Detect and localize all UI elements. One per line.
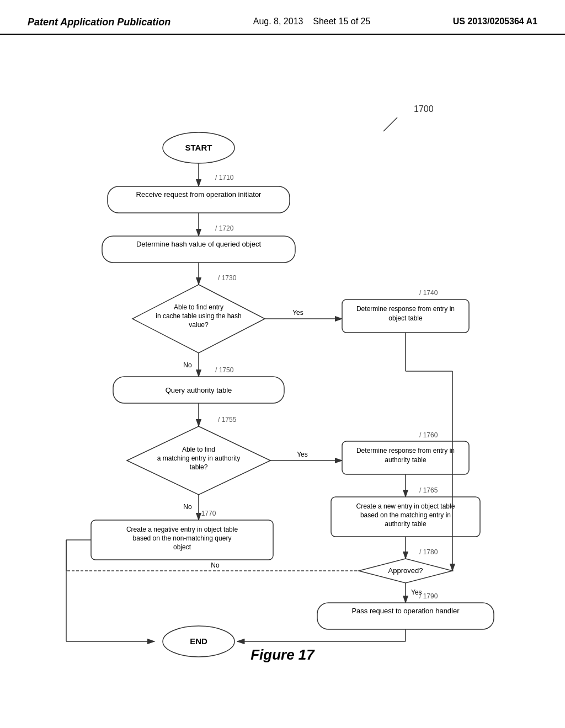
svg-text:Pass request to operation hand: Pass request to operation handler <box>351 607 460 615</box>
svg-text:/ 1760: / 1760 <box>419 431 438 439</box>
svg-text:Yes: Yes <box>297 451 308 458</box>
svg-text:Determine response from entry : Determine response from entry in <box>356 447 455 454</box>
diagram-area: 1700 START Receive request from operatio… <box>0 40 565 680</box>
svg-text:Query authority table: Query authority table <box>166 386 232 394</box>
svg-text:Create a new entry in object t: Create a new entry in object table <box>356 502 455 510</box>
svg-text:value?: value? <box>189 321 209 329</box>
svg-text:/ 1740: / 1740 <box>419 289 438 297</box>
svg-text:Yes: Yes <box>292 309 303 317</box>
figure-label: Figure 17 <box>250 646 315 663</box>
svg-text:No: No <box>183 503 192 511</box>
flowchart-svg: 1700 START Receive request from operatio… <box>0 40 565 680</box>
svg-text:Able to find entry: Able to find entry <box>174 303 223 311</box>
svg-text:Determine response from entry : Determine response from entry in <box>356 305 455 313</box>
svg-text:a matching entry in authority: a matching entry in authority <box>157 454 241 462</box>
sheet-info: Aug. 8, 2013 Sheet 15 of 25 <box>253 17 371 26</box>
svg-text:Receive request from operation: Receive request from operation initiator <box>136 190 262 199</box>
svg-text:No: No <box>183 361 192 369</box>
svg-text:/ 1750: / 1750 <box>215 366 234 374</box>
svg-text:/ 1710: / 1710 <box>215 174 234 181</box>
svg-text:/ 1780: / 1780 <box>419 548 438 556</box>
patent-number: US 2013/0205364 A1 <box>453 17 537 26</box>
svg-text:Approved?: Approved? <box>388 566 423 575</box>
svg-text:/ 1765: / 1765 <box>419 486 438 494</box>
svg-line-1 <box>383 117 397 131</box>
svg-text:/ 1790: / 1790 <box>419 592 438 600</box>
svg-text:/ 1730: / 1730 <box>218 274 237 282</box>
svg-text:/ 1770: / 1770 <box>198 510 216 517</box>
svg-text:based on the non-matching quer: based on the non-matching query <box>133 534 232 542</box>
svg-text:authority table: authority table <box>385 456 427 464</box>
svg-text:authority table: authority table <box>385 520 427 528</box>
svg-text:START: START <box>185 143 212 152</box>
svg-text:Create a negative entry in obj: Create a negative entry in object table <box>126 526 238 533</box>
svg-text:/ 1720: / 1720 <box>215 224 234 232</box>
svg-text:/ 1755: / 1755 <box>218 416 237 424</box>
svg-text:Determine hash value of querie: Determine hash value of queried object <box>136 240 262 248</box>
svg-text:table?: table? <box>190 463 208 471</box>
date: Aug. 8, 2013 <box>253 17 303 26</box>
svg-text:END: END <box>190 636 207 646</box>
svg-text:No: No <box>211 561 220 569</box>
header: Patent Application Publication Aug. 8, 2… <box>0 0 565 35</box>
page: Patent Application Publication Aug. 8, 2… <box>0 0 565 728</box>
svg-text:1700: 1700 <box>414 104 434 114</box>
svg-text:in cache table using the hash: in cache table using the hash <box>156 312 241 320</box>
svg-text:Able to find: Able to find <box>182 446 215 453</box>
svg-text:based on the matching entry in: based on the matching entry in <box>360 511 451 519</box>
publication-title: Patent Application Publication <box>28 17 170 28</box>
svg-text:object table: object table <box>388 314 423 322</box>
sheet-number: Sheet 15 of 25 <box>313 17 370 26</box>
svg-text:object: object <box>173 543 191 551</box>
